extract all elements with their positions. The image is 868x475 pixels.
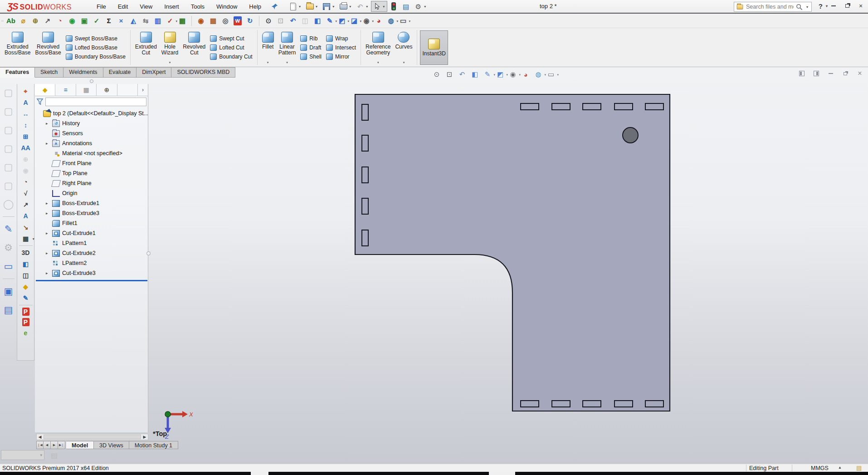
reference-geometry-button[interactable]: ReferenceGeometry xyxy=(364,30,392,65)
search-icon[interactable] xyxy=(796,4,803,10)
note-icon[interactable]: A xyxy=(20,211,31,220)
tab-evaluate[interactable]: Evaluate xyxy=(103,67,137,78)
import-diagnostics-icon[interactable]: ▥ xyxy=(152,15,163,26)
wrap-button[interactable]: Wrap xyxy=(324,34,358,43)
parting-line-analysis-icon[interactable]: ✓ xyxy=(165,15,176,26)
edit-appearance-icon[interactable]: ◕ xyxy=(521,69,531,79)
tree-filter-input[interactable] xyxy=(45,98,146,106)
deviation-analysis-icon[interactable]: × xyxy=(116,15,127,26)
collapse-left-pane-icon[interactable] xyxy=(798,70,805,77)
appearances-icon[interactable]: ▩ xyxy=(208,15,219,26)
tab-sketch[interactable]: Sketch xyxy=(35,67,63,78)
swept-boss-base-button[interactable]: Swept Boss/Base xyxy=(64,34,127,43)
units-selector[interactable]: MMGS xyxy=(811,465,829,471)
first-tab-button[interactable]: ❘◀ xyxy=(36,441,44,449)
view-orientation-icon[interactable]: ◩ xyxy=(336,15,347,26)
mirror-button[interactable]: Mirror xyxy=(324,53,358,61)
tab-features[interactable]: Features xyxy=(0,67,35,78)
surface-finish-icon[interactable]: √ xyxy=(20,189,31,198)
section-view-icon[interactable]: ◧ xyxy=(20,260,31,269)
view-settings-icon[interactable]: ▭ xyxy=(398,15,409,26)
zoom-to-fit-icon[interactable]: ⊙ xyxy=(263,15,274,26)
new-document-button[interactable]: ▾ xyxy=(287,1,303,12)
linear-pattern-button[interactable]: LinearPattern xyxy=(277,30,298,65)
view-settings-icon[interactable]: ▭ xyxy=(546,69,556,79)
menu-view[interactable]: View xyxy=(134,1,158,12)
apply-scene-icon[interactable]: ◍ xyxy=(533,69,543,79)
menu-edit[interactable]: Edit xyxy=(112,1,134,12)
part-note-icon[interactable]: ◆ xyxy=(20,282,31,291)
publish-3d-pdf-icon[interactable]: P xyxy=(22,318,29,326)
tree-item-front-plane[interactable]: ▸ Front Plane xyxy=(35,158,148,168)
datum-target-icon[interactable]: ⊕ xyxy=(20,155,31,164)
previous-view-icon[interactable]: ↶ xyxy=(288,15,298,26)
next-tab-button[interactable]: ▶ xyxy=(51,441,58,449)
dimxpertmanager-tab[interactable]: ⊕ xyxy=(97,84,117,96)
section-view-icon[interactable]: ◧ xyxy=(312,15,323,26)
viewport-restore-icon[interactable] xyxy=(842,70,849,77)
previous-view-icon[interactable]: ↶ xyxy=(457,69,467,79)
3d-drawing-view-icon[interactable]: ✎ xyxy=(324,15,335,26)
curves-button[interactable]: Curves xyxy=(393,30,414,65)
dual-dimension-icon[interactable]: AA xyxy=(20,143,31,152)
spell-checker-icon[interactable]: Ab xyxy=(5,15,16,26)
draft-button[interactable]: Draft xyxy=(298,44,323,52)
displaymanager-tab[interactable] xyxy=(117,84,138,96)
tree-item-right-plane[interactable]: ▸ Right Plane xyxy=(35,178,148,188)
view-orientation-icon[interactable]: ◩ xyxy=(495,69,505,79)
hide-show-items-icon[interactable]: ◉ xyxy=(508,69,518,79)
dynamic-annotation-icon[interactable]: ✎ xyxy=(20,294,31,303)
reorder-combobox[interactable]: ▾ xyxy=(1,450,44,460)
tree-item-cut-extrude2[interactable]: ▸ Cut-Extrude2 xyxy=(35,248,148,258)
edit-feature-icon[interactable]: ⚙ xyxy=(2,241,15,254)
tree-item-annotations[interactable]: ▸ A Annotations xyxy=(35,138,148,148)
tree-item-sensors[interactable]: ▸ ◉ Sensors xyxy=(35,128,148,138)
panel-collapse-handle[interactable] xyxy=(90,79,93,83)
scroll-left-icon[interactable]: ◀ xyxy=(37,435,43,439)
options-gear-button[interactable]: ⚙▾ xyxy=(412,1,429,12)
menu-tools[interactable]: Tools xyxy=(185,1,210,12)
check-active-document-icon[interactable]: ▣ xyxy=(79,15,90,26)
zoom-to-area-icon[interactable]: ⊡ xyxy=(444,69,454,79)
measure-arrow-icon[interactable]: ↘ xyxy=(20,223,31,232)
tab-motion-study-1[interactable]: Motion Study 1 xyxy=(129,441,178,449)
menu-insert[interactable]: Insert xyxy=(158,1,185,12)
extruded-boss-base-button[interactable]: ExtrudedBoss/Base xyxy=(3,30,32,65)
tree-item-top2[interactable]: ▸ top 2 (Default<<Default>_Display St... xyxy=(35,108,148,118)
zoom-to-fit-icon[interactable]: ⊙ xyxy=(432,69,442,79)
print-button[interactable]: ▾ xyxy=(337,1,354,12)
appearance-filter-icon[interactable]: ◉ xyxy=(195,15,206,26)
featuremanager-tab[interactable]: ◆ xyxy=(35,84,55,96)
fillet-button[interactable]: Fillet xyxy=(260,30,276,65)
hide-show-items-icon[interactable]: ◉ xyxy=(361,15,372,26)
tree-item-boss-extrude1[interactable]: ▸ Boss-Extrude1 xyxy=(35,198,148,208)
display-style-icon[interactable]: ◪ xyxy=(349,15,360,26)
close-button[interactable]: × xyxy=(857,2,864,10)
scroll-right-icon[interactable]: ▶ xyxy=(141,435,148,439)
display-pane-icon[interactable]: ▣ xyxy=(2,285,15,298)
instant3d-button[interactable]: Instant3D xyxy=(420,30,448,65)
search-dropdown-icon[interactable]: ▾ xyxy=(806,5,808,9)
show-annotations-icon[interactable]: ◉ xyxy=(20,166,31,175)
select-tool-button[interactable]: ▾ xyxy=(371,1,387,12)
view-sphere-ghost-icon[interactable]: ◯ xyxy=(2,198,15,211)
lofted-cut-button[interactable]: Lofted Cut xyxy=(208,44,254,52)
verification-icon[interactable]: ◎ xyxy=(220,15,231,26)
section-view-icon[interactable]: ◧ xyxy=(470,69,480,79)
apply-scene-icon[interactable]: ◍ xyxy=(385,15,396,26)
view-cube-ghost-icon[interactable]: ▢ xyxy=(2,123,15,136)
new-sketch-icon[interactable]: ✎ xyxy=(2,223,15,235)
design-checker-icon[interactable]: ✓ xyxy=(91,15,102,26)
edrawings-icon[interactable]: e xyxy=(20,328,31,338)
view-cube-ghost-icon[interactable]: ▢ xyxy=(2,179,15,192)
tab-solidworks-mbd[interactable]: SOLIDWORKS MBD xyxy=(171,67,235,78)
tree-item-boss-extrude3[interactable]: ▸ Boss-Extrude3 xyxy=(35,208,148,218)
revolved-boss-base-button[interactable]: RevolvedBoss/Base xyxy=(33,30,63,65)
model-break-view-icon[interactable]: ◫ xyxy=(20,271,31,280)
tree-item-history[interactable]: ▸ ↺ History xyxy=(35,118,148,128)
boundary-boss-base-button[interactable]: Boundary Boss/Base xyxy=(64,53,127,61)
propertymanager-tab[interactable]: ≡ xyxy=(55,84,76,96)
view-cube-ghost-icon[interactable]: ▢ xyxy=(2,142,15,155)
zoom-to-area-icon[interactable]: ⊡ xyxy=(275,15,286,26)
undo-button[interactable]: ↶▾ xyxy=(354,1,371,12)
